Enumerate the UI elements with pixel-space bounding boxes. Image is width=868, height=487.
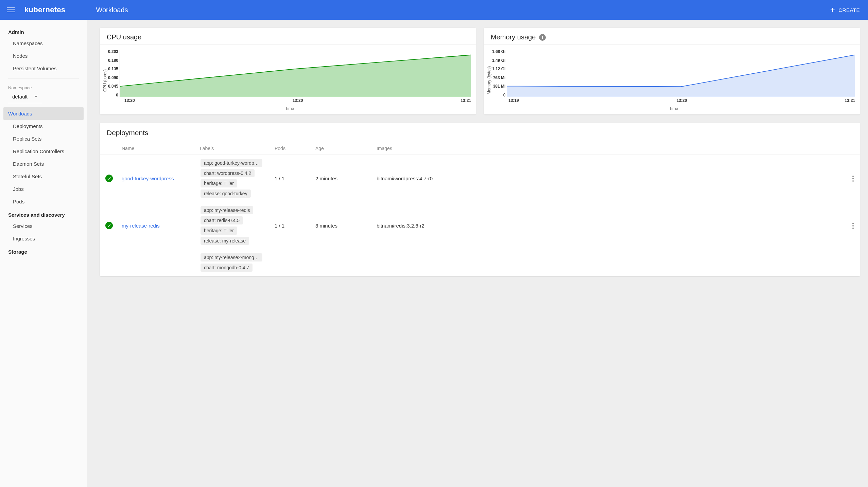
sidebar-item-deployments[interactable]: Deployments <box>0 120 87 132</box>
status-ok-icon <box>105 175 113 182</box>
sidebar-item-services[interactable]: Services <box>0 220 87 232</box>
chart-title: Memory usagei <box>484 28 860 45</box>
deployment-link[interactable]: my-release-redis <box>122 223 160 229</box>
sidebar-item-stateful-sets[interactable]: Stateful Sets <box>0 170 87 183</box>
sidebar-item-jobs[interactable]: Jobs <box>0 183 87 195</box>
info-icon[interactable]: i <box>539 34 546 41</box>
sidebar-item-namespaces[interactable]: Namespaces <box>0 37 87 50</box>
sidebar-item-nodes[interactable]: Nodes <box>0 50 87 62</box>
chart-plot <box>120 50 471 97</box>
pods-value: 1 / 1 <box>272 155 313 202</box>
sidebar-item-ingresses[interactable]: Ingresses <box>0 232 87 245</box>
menu-icon[interactable] <box>7 6 15 14</box>
create-label: CREATE <box>838 7 860 13</box>
pods-value <box>272 249 313 276</box>
deployments-title: Deployments <box>100 123 860 142</box>
chart-card: CPU usage CPU (cores) 0.2030.1800.1350.0… <box>100 28 476 114</box>
sidebar-section-storage: Storage <box>0 245 87 257</box>
label-chip[interactable]: heritage: Tiller <box>201 227 237 235</box>
column-name[interactable]: Name <box>119 142 197 155</box>
sidebar-section-admin: Admin <box>0 25 87 37</box>
label-chip[interactable]: chart: wordpress-0.4.2 <box>201 169 255 177</box>
table-row: app: my-release2-mong…chart: mongodb-0.4… <box>100 249 860 276</box>
table-row: my-release-redis app: my-release-redisch… <box>100 202 860 249</box>
sidebar-item-pods[interactable]: Pods <box>0 195 87 208</box>
deployment-link[interactable]: good-turkey-wordpress <box>122 176 174 181</box>
sidebar: Admin NamespacesNodesPersistent Volumes … <box>0 20 87 487</box>
column-pods[interactable]: Pods <box>272 142 313 155</box>
namespace-select[interactable]: default <box>8 92 42 103</box>
label-chip[interactable]: app: good-turkey-wordp… <box>201 159 262 167</box>
namespace-label: Namespace <box>0 80 87 92</box>
chart-xaxis: 13:2013:2013:21 <box>108 97 471 103</box>
label-chip[interactable]: heritage: Tiller <box>201 179 237 187</box>
images-value <box>374 249 846 276</box>
sidebar-item-replication-controllers[interactable]: Replication Controllers <box>0 145 87 158</box>
status-ok-icon <box>105 222 113 229</box>
namespace-value: default <box>12 94 28 100</box>
chart-ylabel: CPU (cores) <box>102 50 108 111</box>
label-chip[interactable]: app: my-release-redis <box>201 206 253 214</box>
chart-yaxis: 1.68 Gi1.49 Gi1.12 Gi763 Mi381 Mi0 <box>492 50 507 97</box>
row-menu-icon[interactable] <box>850 220 856 232</box>
column-labels[interactable]: Labels <box>197 142 272 155</box>
create-button[interactable]: + CREATE <box>829 5 861 15</box>
label-chip[interactable]: chart: mongodb-0.4.7 <box>201 264 253 272</box>
chart-xaxis: 13:1913:2013:21 <box>492 97 855 103</box>
chart-title: CPU usage <box>100 28 476 45</box>
logo: kubernetes <box>24 5 65 14</box>
label-chip[interactable]: chart: redis-0.4.5 <box>201 216 243 224</box>
sidebar-item-replica-sets[interactable]: Replica Sets <box>0 132 87 145</box>
pods-value: 1 / 1 <box>272 202 313 249</box>
page-title: Workloads <box>96 6 829 14</box>
images-value: bitnami/wordpress:4.7-r0 <box>374 155 846 202</box>
sidebar-section-services: Services and discovery <box>0 208 87 220</box>
label-chip[interactable]: release: good-turkey <box>201 190 251 198</box>
sidebar-item-persistent-volumes[interactable]: Persistent Volumes <box>0 62 87 75</box>
sidebar-item-workloads[interactable]: Workloads <box>3 107 84 120</box>
deployments-table: NameLabelsPodsAgeImages good-turkey-word… <box>100 142 860 276</box>
age-value: 2 minutes <box>313 155 374 202</box>
age-value: 3 minutes <box>313 202 374 249</box>
chevron-down-icon <box>34 96 38 97</box>
table-row: good-turkey-wordpress app: good-turkey-w… <box>100 155 860 202</box>
chart-xlabel: Time <box>492 103 855 111</box>
main-content: CPU usage CPU (cores) 0.2030.1800.1350.0… <box>87 20 868 487</box>
label-chip[interactable]: app: my-release2-mong… <box>201 253 262 261</box>
chart-ylabel: Memory (bytes) <box>486 50 492 111</box>
chart-plot <box>507 50 855 97</box>
chart-xlabel: Time <box>108 103 471 111</box>
chart-yaxis: 0.2030.1800.1350.0900.0450 <box>108 50 120 97</box>
label-chip[interactable]: release: my-release <box>201 237 249 245</box>
age-value <box>313 249 374 276</box>
divider <box>8 78 79 78</box>
row-menu-icon[interactable] <box>850 173 856 184</box>
column-images[interactable]: Images <box>374 142 846 155</box>
app-header: kubernetes Workloads + CREATE <box>0 0 868 20</box>
sidebar-item-daemon-sets[interactable]: Daemon Sets <box>0 158 87 170</box>
deployments-card: Deployments NameLabelsPodsAgeImages good… <box>100 123 860 276</box>
chart-card: Memory usagei Memory (bytes) 1.68 Gi1.49… <box>484 28 860 114</box>
plus-icon: + <box>830 7 835 13</box>
images-value: bitnami/redis:3.2.6-r2 <box>374 202 846 249</box>
column-age[interactable]: Age <box>313 142 374 155</box>
